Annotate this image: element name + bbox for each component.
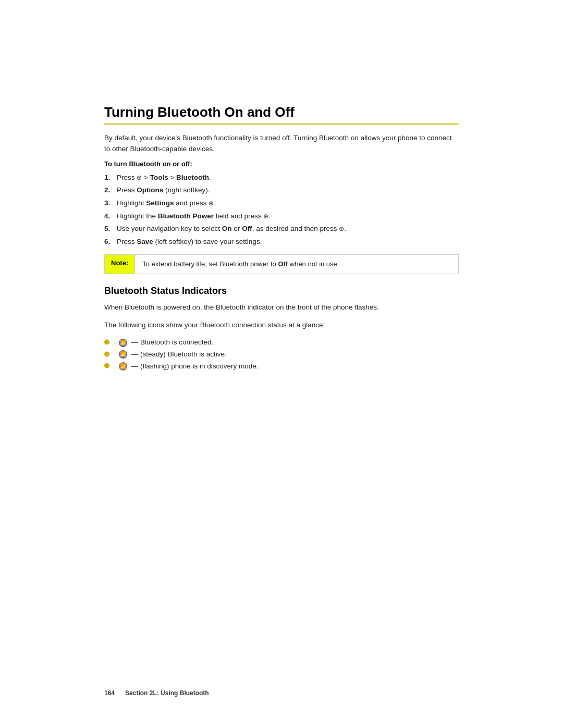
note-bold: Off — [278, 260, 288, 268]
bullet-item-1: 📶 — Bluetooth is connected. — [104, 337, 459, 349]
sub-label: To turn Bluetooth on or off: — [104, 160, 459, 168]
step-num-2: 2. — [104, 184, 110, 196]
step-num-4: 4. — [104, 211, 110, 222]
body-text-1: When Bluetooth is powered on, the Blueto… — [104, 302, 459, 313]
yellow-dot-3 — [104, 363, 109, 368]
subsection-title: Bluetooth Status Indicators — [104, 286, 459, 297]
yellow-dot-2 — [104, 351, 109, 356]
step-1: 1. Press ⊕ > Tools > Bluetooth. — [104, 172, 459, 183]
nav-icon-3: ⊕ — [209, 199, 214, 208]
bullet-text-2: — (steady) Bluetooth is active. — [131, 350, 227, 358]
steps-list: 1. Press ⊕ > Tools > Bluetooth. 2. Press… — [104, 172, 459, 248]
step-5: 5. Use your navigation key to select On … — [104, 223, 459, 235]
step-6: 6. Press Save (left softkey) to save you… — [104, 236, 459, 248]
step-4: 4. Highlight the Bluetooth Power field a… — [104, 211, 459, 222]
step-num-3: 3. — [104, 198, 110, 209]
bt-icon-discovery: 📶 — [119, 362, 127, 371]
footer-section-label: Section 2L: Using Bluetooth — [125, 689, 209, 697]
bullet-item-2: 📶 — (steady) Bluetooth is active. — [104, 349, 459, 361]
bt-icon-active: 📶 — [119, 350, 127, 359]
bullet-dot-2 — [104, 349, 109, 361]
intro-paragraph: By default, your device's Bluetooth func… — [104, 133, 459, 155]
yellow-dot-1 — [104, 339, 109, 344]
footer-page-number: 164 — [104, 689, 115, 697]
step-2: 2. Press Options (right softkey). — [104, 184, 459, 196]
step-3: 3. Highlight Settings and press ⊕. — [104, 198, 459, 209]
bullet-text-3: — (flashing) phone is in discovery mode. — [131, 362, 259, 370]
note-content: To extend battery life, set Bluetooth po… — [135, 255, 346, 274]
nav-icon-4: ⊕ — [263, 212, 268, 221]
note-box: Note: To extend battery life, set Blueto… — [104, 254, 459, 274]
note-label: Note: — [105, 255, 135, 274]
bt-icon-connected: 📶 — [119, 339, 127, 347]
bullet-list: 📶 — Bluetooth is connected. 📶 — (steady)… — [104, 337, 459, 373]
bullet-dot-1 — [104, 337, 109, 349]
body-text-2: The following icons show your Bluetooth … — [104, 319, 459, 331]
bullet-text-1: — Bluetooth is connected. — [131, 338, 214, 346]
page-title: Turning Bluetooth On and Off — [104, 104, 459, 125]
step-num-5: 5. — [104, 223, 110, 235]
bullet-dot-3 — [104, 361, 109, 373]
page-container: Turning Bluetooth On and Off By default,… — [0, 0, 563, 728]
nav-icon-5: ⊕ — [339, 224, 344, 234]
step-num-6: 6. — [104, 236, 110, 248]
nav-icon-1: ⊕ — [137, 173, 142, 183]
footer: 164 Section 2L: Using Bluetooth — [104, 689, 459, 697]
bullet-item-3: 📶 — (flashing) phone is in discovery mod… — [104, 361, 459, 373]
step-num-1: 1. — [104, 172, 110, 183]
